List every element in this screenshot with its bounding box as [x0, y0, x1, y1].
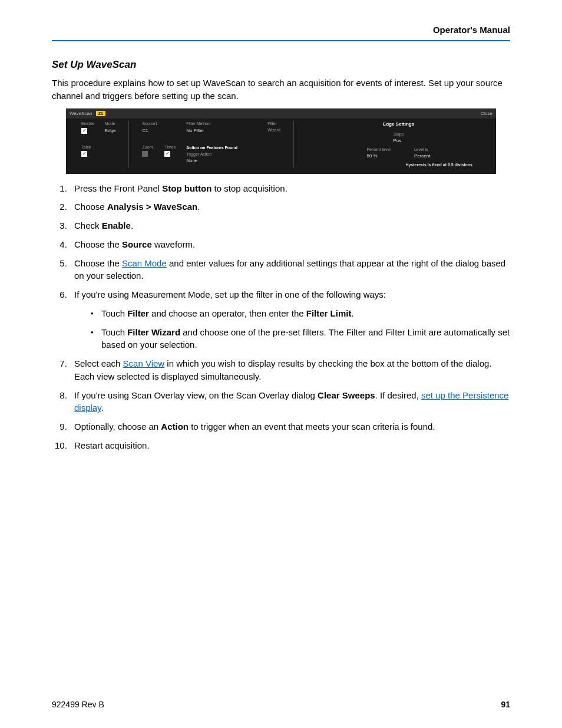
doc-reference: 922499 Rev B: [52, 699, 104, 710]
wavescan-dialog: WaveScan Z1 Close Enable ✓ Table ✓ Mode: [66, 108, 496, 174]
table-field[interactable]: Table ✓: [81, 144, 94, 157]
page-footer: 922499 Rev B 91: [52, 699, 510, 710]
slope-field[interactable]: Slope Pos: [394, 131, 404, 144]
edge-settings-title: Edge Settings: [307, 121, 490, 128]
step-6-bullet-1: Touch Filter and choose an operator, the…: [101, 307, 510, 320]
source-field[interactable]: Source1 C1: [142, 121, 176, 134]
step-10: Restart acquisition.: [70, 439, 510, 452]
hysteresis-note: Hysteresis is fixed at 0.5 divisions: [307, 162, 490, 168]
mode-field[interactable]: Mode Edge: [105, 121, 116, 134]
step-8: If you're using Scan Overlay view, on th…: [70, 389, 510, 415]
step-6-sublist: Touch Filter and choose an operator, the…: [74, 307, 510, 351]
percent-level-field[interactable]: Percent level 50 %: [366, 147, 390, 160]
step-5: Choose the Scan Mode and enter values fo…: [70, 257, 510, 283]
step-1: Press the Front Panel Stop button to sto…: [70, 182, 510, 195]
trigger-action-field[interactable]: Trigger Action None: [186, 151, 257, 164]
steps-list: Press the Front Panel Stop button to sto…: [52, 182, 510, 452]
filter-wizard-field[interactable]: Filter Wizard: [267, 121, 280, 133]
table-checkbox[interactable]: ✓: [81, 151, 87, 157]
step-6: If you're using Measurement Mode, set up…: [70, 288, 510, 351]
enable-field[interactable]: Enable ✓: [81, 121, 94, 134]
scan-mode-link[interactable]: Scan Mode: [122, 258, 167, 268]
times-field[interactable]: Times ✓: [164, 144, 176, 157]
enable-checkbox[interactable]: ✓: [81, 128, 87, 134]
wavescan-dialog-header: WaveScan Z1 Close: [66, 108, 496, 119]
wavescan-dialog-screenshot: WaveScan Z1 Close Enable ✓ Table ✓ Mode: [52, 108, 510, 174]
step-3: Check Enable.: [70, 219, 510, 232]
section-intro: This procedure explains how to set up Wa…: [52, 77, 510, 103]
step-7: Select each Scan View in which you wish …: [70, 357, 510, 383]
action-on-features-label: Action on Features Found: [186, 146, 237, 150]
edge-settings-panel: Edge Settings Slope Pos Percent level 50…: [307, 121, 490, 167]
page-number: 91: [501, 699, 510, 710]
step-9: Optionally, choose an Action to trigger …: [70, 420, 510, 433]
step-6-bullet-2: Touch Filter Wizard and choose one of th…: [101, 326, 510, 352]
level-is-field[interactable]: Level is Percent: [414, 147, 431, 160]
times-checkbox[interactable]: ✓: [164, 151, 170, 157]
step-4: Choose the Source waveform.: [70, 238, 510, 251]
page-header-title: Operator's Manual: [52, 24, 510, 41]
zoom-field[interactable]: Zoom: [142, 144, 153, 157]
scan-view-link[interactable]: Scan View: [123, 358, 165, 368]
section-heading: Set Up WaveScan: [52, 58, 510, 73]
step-2: Choose Analysis > WaveScan.: [70, 200, 510, 213]
close-button[interactable]: Close: [481, 110, 492, 117]
wavescan-tab-label[interactable]: WaveScan: [70, 111, 92, 116]
zoom-checkbox[interactable]: [142, 151, 148, 157]
filter-method-field[interactable]: Filter Method No Filter: [186, 121, 257, 134]
z1-badge[interactable]: Z1: [96, 111, 105, 116]
